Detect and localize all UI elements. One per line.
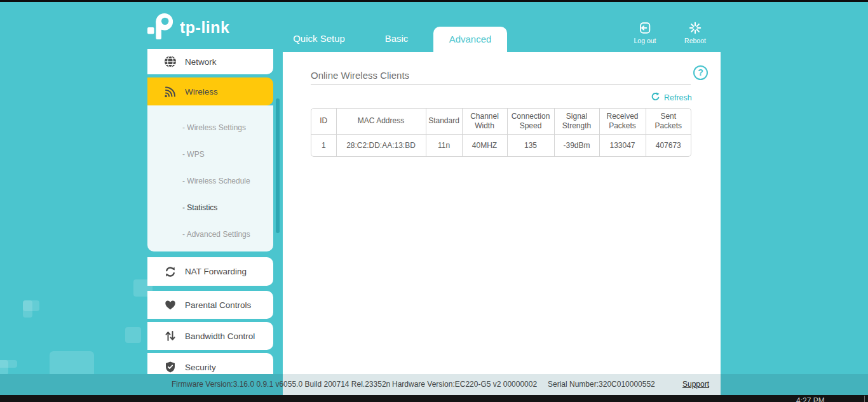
- main-content-panel: Online Wireless Clients ? Refresh I: [283, 52, 721, 374]
- reboot-label: Reboot: [675, 37, 715, 44]
- tab-advanced[interactable]: Advanced: [433, 27, 507, 52]
- reboot-button[interactable]: Reboot: [675, 20, 715, 44]
- tplink-logo: tp-link: [146, 13, 230, 42]
- cell-connection-speed: 135: [507, 134, 554, 156]
- title-divider: [311, 84, 691, 85]
- sidebar-item-nat-forwarding[interactable]: NAT Forwarding: [147, 257, 273, 286]
- sidebar-item-network[interactable]: Network: [147, 49, 273, 74]
- serial-number: Serial Number:320C010000552: [548, 374, 655, 395]
- taskbar-divider: [864, 396, 865, 402]
- sidebar-item-wps[interactable]: - WPS: [182, 150, 205, 159]
- col-header-id: ID: [311, 109, 336, 134]
- nat-icon: [164, 265, 177, 278]
- router-admin-page: tp-link Quick Setup Basic Advanced Log o…: [0, 0, 868, 402]
- firmware-version: Firmware Version:3.16.0 0.9.1 v6055.0 Bu…: [172, 374, 390, 395]
- col-header-standard: Standard: [426, 109, 462, 134]
- help-button[interactable]: ?: [693, 65, 708, 80]
- tab-quick-setup[interactable]: Quick Setup: [282, 33, 356, 44]
- col-header-channel-width: Channel Width: [462, 109, 507, 134]
- col-header-received-packets: Received Packets: [599, 109, 646, 134]
- sidebar-item-wireless-settings[interactable]: - Wireless Settings: [182, 123, 246, 132]
- logout-icon: [625, 20, 665, 36]
- question-mark-icon: ?: [698, 67, 703, 77]
- refresh-icon: [651, 92, 660, 104]
- deco-square: [23, 300, 32, 318]
- reboot-icon: [675, 20, 715, 36]
- sidebar-item-parental-controls[interactable]: Parental Controls: [147, 291, 273, 319]
- logout-label: Log out: [625, 37, 665, 44]
- sidebar-item-label: Security: [185, 363, 216, 372]
- cell-channel-width: 40MHZ: [462, 134, 507, 156]
- col-header-signal-strength: Signal Strength: [554, 109, 599, 134]
- footer-band-right: [721, 374, 868, 395]
- page-title: Online Wireless Clients: [311, 70, 409, 81]
- sidebar-item-label: Parental Controls: [185, 300, 251, 310]
- taskbar: 4:27 PM: [0, 395, 868, 402]
- col-header-sent-packets: Sent Packets: [646, 109, 691, 134]
- tab-basic[interactable]: Basic: [360, 33, 433, 44]
- deco-square: [0, 360, 8, 375]
- sidebar-item-label: Bandwidth Control: [185, 332, 255, 341]
- cell-standard: 11n: [426, 134, 462, 156]
- device-info-footer: Firmware Version:3.16.0 0.9.1 v6055.0 Bu…: [0, 374, 868, 395]
- cell-signal-strength: -39dBm: [554, 134, 599, 156]
- shield-icon: [164, 361, 177, 373]
- sidebar-scrollbar-thumb[interactable]: [276, 98, 280, 233]
- support-link[interactable]: Support: [682, 374, 709, 395]
- col-header-connection-speed: Connection Speed: [507, 109, 554, 134]
- sidebar-item-wireless[interactable]: Wireless: [147, 77, 273, 105]
- heart-icon: [164, 298, 177, 311]
- refresh-button[interactable]: Refresh: [651, 92, 692, 104]
- wireless-clients-table: ID MAC Address Standard Channel Width Co…: [311, 108, 691, 157]
- wifi-icon: [164, 85, 177, 98]
- table-row: 1 28:C2:DD:AA:13:BD 11n 40MHZ 135 -39dBm…: [311, 134, 691, 156]
- taskbar-clock[interactable]: 4:27 PM: [796, 396, 825, 402]
- hardware-version: Hardware Version:EC220-G5 v2 00000002: [392, 374, 537, 395]
- sidebar-item-bandwidth-control[interactable]: Bandwidth Control: [147, 322, 273, 350]
- logo-text: tp-link: [180, 18, 230, 37]
- sidebar-item-label: Wireless: [185, 87, 218, 97]
- cell-id: 1: [311, 134, 336, 156]
- top-edge-strip: [0, 0, 868, 2]
- col-header-mac: MAC Address: [336, 109, 426, 134]
- deco-square: [125, 327, 141, 343]
- cell-received-packets: 133047: [599, 134, 646, 156]
- sidebar-item-wireless-schedule[interactable]: - Wireless Schedule: [182, 177, 250, 185]
- sidebar-item-label: NAT Forwarding: [185, 267, 247, 276]
- sidebar-item-statistics[interactable]: - Statistics: [182, 203, 217, 212]
- refresh-label: Refresh: [664, 93, 692, 102]
- arrows-up-down-icon: [164, 330, 177, 342]
- globe-icon: [164, 55, 177, 68]
- wireless-submenu-panel: - Wireless Settings - WPS - Wireless Sch…: [147, 105, 273, 251]
- tplink-logo-icon: [146, 13, 175, 42]
- sidebar-item-label: Network: [185, 57, 217, 67]
- table-header-row: ID MAC Address Standard Channel Width Co…: [311, 109, 691, 134]
- logout-button[interactable]: Log out: [625, 20, 665, 44]
- cell-mac: 28:C2:DD:AA:13:BD: [336, 134, 426, 156]
- sidebar-item-advanced-settings[interactable]: - Advanced Settings: [182, 230, 250, 239]
- cell-sent-packets: 407673: [646, 134, 691, 156]
